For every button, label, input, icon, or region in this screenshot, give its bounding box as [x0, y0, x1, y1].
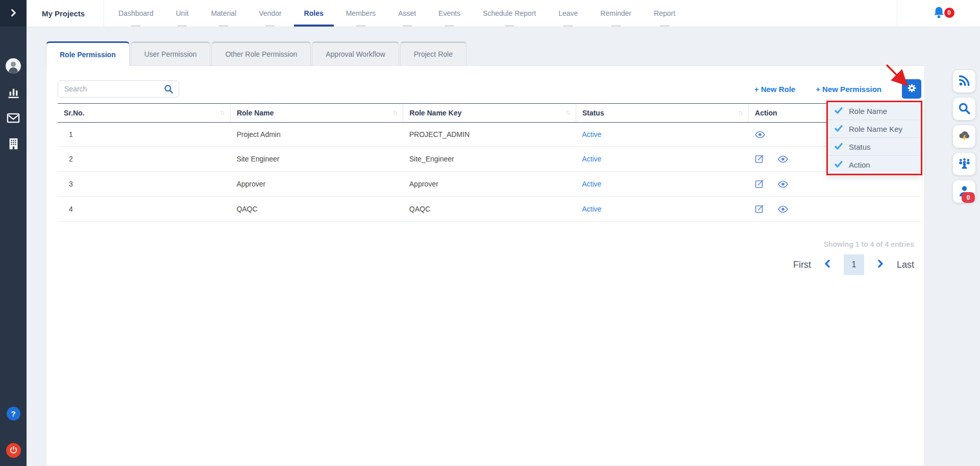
nav-item-roles[interactable]: Roles — [293, 0, 335, 27]
dropdown-item-status[interactable]: Status — [828, 138, 921, 156]
new-role-button[interactable]: + New Role — [754, 85, 795, 94]
nav-item-dashboard[interactable]: Dashboard — [107, 0, 165, 27]
column-header-srno[interactable]: Sr.No.↑↓ — [58, 104, 230, 123]
nav-item-members[interactable]: Members — [335, 0, 387, 27]
cell-role-name-key: QAQC — [403, 197, 576, 222]
cell-srno: 1 — [58, 123, 230, 147]
table-toolbar: + New Role + New Permission — [58, 79, 921, 99]
dropdown-item-role-name[interactable]: Role Name — [828, 102, 921, 120]
search-input[interactable] — [64, 85, 164, 93]
storm-cloud-icon — [958, 129, 971, 144]
nav-item-report[interactable]: Report — [643, 0, 687, 27]
cell-role-name: Site Engineer — [230, 147, 403, 172]
dropdown-item-role-name-key[interactable]: Role Name Key — [828, 120, 921, 138]
status-link[interactable]: Active — [582, 205, 601, 213]
building-icon[interactable] — [7, 137, 20, 151]
previous-page-button[interactable] — [823, 259, 831, 271]
app-root: ? My Projects Dashboard Unit Material Ve… — [0, 0, 980, 466]
search-icon[interactable] — [164, 84, 174, 94]
dropdown-item-action[interactable]: Action — [828, 156, 921, 174]
weather-button[interactable] — [953, 125, 975, 148]
rss-icon — [958, 74, 971, 89]
roles-table: Sr.No.↑↓ Role Name↑↓ Role Name Key↑↓ Sta… — [58, 103, 921, 222]
feed-button[interactable] — [953, 70, 975, 92]
table-header-row: Sr.No.↑↓ Role Name↑↓ Role Name Key↑↓ Sta… — [58, 104, 921, 123]
status-link[interactable]: Active — [582, 180, 601, 188]
notification-count-badge: 0 — [944, 8, 954, 18]
chevron-right-icon — [8, 8, 18, 19]
status-link[interactable]: Active — [582, 130, 601, 138]
chevron-right-icon — [876, 260, 885, 270]
nav-item-unit[interactable]: Unit — [165, 0, 200, 27]
search-box — [58, 80, 179, 98]
column-header-label: Sr.No. — [64, 109, 84, 117]
nav-item-asset[interactable]: Asset — [387, 0, 427, 27]
user-requests-badge: 0 — [962, 192, 975, 203]
bar-chart-icon[interactable] — [7, 85, 20, 99]
mail-icon[interactable] — [6, 111, 20, 125]
nav-item-reminder[interactable]: Reminder — [589, 0, 643, 27]
check-icon — [835, 143, 843, 151]
tab-project-role[interactable]: Project Role — [400, 41, 467, 65]
profile-avatar[interactable] — [6, 58, 21, 74]
status-link[interactable]: Active — [582, 155, 601, 163]
column-header-role-name[interactable]: Role Name↑↓ — [230, 104, 403, 123]
tab-approval-workflow[interactable]: Approval Workflow — [312, 41, 399, 65]
sort-icon: ↑↓ — [220, 109, 224, 116]
first-page-button[interactable]: First — [793, 260, 811, 270]
tab-other-role-permission[interactable]: Other Role Permission — [211, 41, 311, 65]
tab-user-permission[interactable]: User Permission — [131, 41, 211, 65]
table-row: 3 Approver Approver Active — [58, 172, 921, 197]
nav-item-leave[interactable]: Leave — [547, 0, 589, 27]
tab-role-permission[interactable]: Role Permission — [46, 41, 130, 66]
edit-icon[interactable] — [755, 179, 764, 189]
view-icon[interactable] — [778, 155, 788, 163]
top-navigation: Dashboard Unit Material Vendor Roles Mem… — [107, 0, 687, 27]
edit-icon[interactable] — [755, 204, 764, 214]
check-icon — [835, 125, 843, 133]
question-mark-icon: ? — [11, 409, 15, 418]
cell-role-name-key: PROJECT_ADMIN — [403, 123, 576, 147]
nav-item-events[interactable]: Events — [427, 0, 472, 27]
sidebar-expand-button[interactable] — [0, 0, 27, 27]
cell-role-name-key: Site_Engineer — [403, 147, 576, 172]
help-button[interactable]: ? — [7, 407, 20, 421]
entries-summary: Showing 1 to 4 of 4 entries — [824, 240, 914, 248]
current-page-button[interactable]: 1 — [844, 254, 864, 275]
notifications-button[interactable]: 0 — [932, 6, 946, 21]
left-sidebar: ? — [0, 0, 27, 466]
new-permission-button[interactable]: + New Permission — [816, 85, 881, 94]
next-page-button[interactable] — [876, 259, 885, 271]
search-icon — [958, 102, 971, 116]
columns-visibility-dropdown: Role Name Role Name Key Status Action — [826, 101, 922, 175]
dropdown-item-label: Status — [849, 143, 871, 151]
nav-item-vendor[interactable]: Vendor — [248, 0, 292, 27]
column-header-status[interactable]: Status↑↓ — [576, 104, 748, 123]
check-icon — [835, 107, 843, 115]
view-icon[interactable] — [778, 180, 788, 188]
column-header-role-name-key[interactable]: Role Name Key↑↓ — [403, 104, 576, 123]
dropdown-item-label: Action — [849, 160, 870, 169]
bell-icon — [932, 13, 946, 21]
last-page-button[interactable]: Last — [897, 260, 914, 270]
nav-item-schedule-report[interactable]: Schedule Report — [472, 0, 547, 27]
column-header-label: Status — [582, 109, 604, 117]
meeting-button[interactable] — [953, 153, 975, 175]
cell-role-name-key: Approver — [403, 172, 576, 197]
table-row: 1 Project Admin PROJECT_ADMIN Active — [58, 123, 921, 147]
user-requests-button[interactable]: 0 — [953, 180, 975, 203]
nav-item-material[interactable]: Material — [200, 0, 248, 27]
cell-srno: 3 — [58, 172, 230, 197]
column-header-label: Action — [755, 109, 777, 117]
column-settings-button[interactable] — [902, 79, 921, 99]
top-header: My Projects Dashboard Unit Material Vend… — [27, 0, 980, 27]
sort-icon: ↑↓ — [566, 109, 570, 116]
quick-search-button[interactable] — [953, 98, 975, 120]
view-icon[interactable] — [778, 205, 788, 213]
view-icon[interactable] — [755, 131, 765, 138]
group-icon — [958, 156, 971, 172]
table-row: 2 Site Engineer Site_Engineer Active — [58, 147, 921, 172]
logout-button[interactable] — [6, 443, 21, 458]
header-divider — [104, 0, 104, 27]
edit-icon[interactable] — [755, 154, 764, 164]
